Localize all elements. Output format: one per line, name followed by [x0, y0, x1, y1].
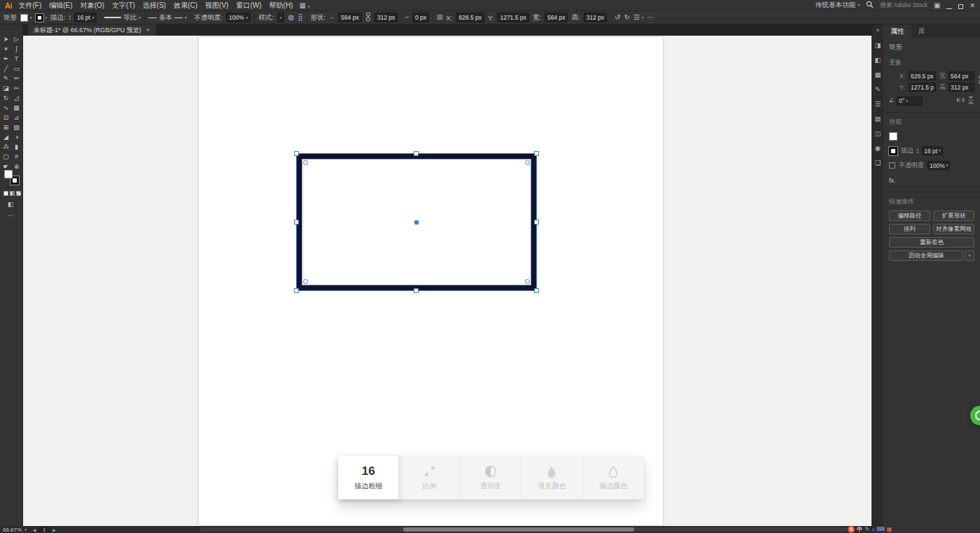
menubar-item-4[interactable]: 选择(S): [143, 1, 166, 10]
ime-toolbox-icon[interactable]: ▦: [887, 527, 892, 532]
expand-panels-icon[interactable]: «: [876, 27, 879, 34]
tool-scale-icon[interactable]: ◿: [11, 94, 22, 102]
recolor-button[interactable]: 重新着色: [889, 237, 974, 248]
corner-radius-field[interactable]: 0 px: [412, 13, 429, 22]
corner-widget-sw[interactable]: [303, 279, 308, 284]
menubar-item-6[interactable]: 视图(V): [205, 1, 228, 10]
maximize-button[interactable]: [958, 0, 963, 12]
opacity-field[interactable]: 100%▾: [226, 13, 251, 22]
panel-stroke-swatch[interactable]: [889, 147, 897, 155]
corner-widget-ne[interactable]: [525, 160, 530, 165]
tool-paintbrush-icon[interactable]: ✎: [1, 74, 11, 83]
panel-brushes-icon[interactable]: ✎: [875, 85, 881, 93]
panel-opacity-field[interactable]: 100%▾: [927, 161, 950, 170]
panel-stroke-weight-field[interactable]: 16 pt▾: [922, 146, 943, 155]
tool-gradient-icon[interactable]: ▧: [11, 123, 22, 132]
tool-column-graph-icon[interactable]: ▮: [11, 143, 22, 151]
corner-widget-se[interactable]: [525, 279, 530, 284]
tool-magic-wand-icon[interactable]: ✶: [1, 45, 11, 53]
tool-free-transform-icon[interactable]: ▦: [11, 104, 22, 112]
tool-perspective-grid-icon[interactable]: ⊿: [11, 113, 22, 122]
search-icon[interactable]: [866, 1, 874, 10]
tool-pencil-icon[interactable]: ✏: [11, 74, 22, 83]
menubar-item-0[interactable]: 文件(F): [19, 1, 42, 10]
w-field[interactable]: 564 px: [545, 13, 568, 22]
ime-sogou-icon[interactable]: S: [848, 526, 855, 533]
stroke-weight-stepper[interactable]: ▴▾: [69, 15, 71, 20]
tool-blend-icon[interactable]: ◑: [11, 133, 22, 141]
tool-direct-selection-icon[interactable]: ▷: [11, 35, 22, 43]
strip-stroke-color[interactable]: 描边颜色: [583, 456, 644, 499]
handle-n[interactable]: [414, 151, 419, 156]
handle-nw[interactable]: [294, 151, 299, 156]
tool-type-icon[interactable]: T: [11, 55, 22, 63]
tool-mesh-icon[interactable]: ⊞: [1, 123, 11, 132]
strip-fill-color[interactable]: 填充颜色: [522, 456, 582, 499]
style-dropdown[interactable]: ▾: [277, 13, 285, 22]
handle-ne[interactable]: [534, 151, 539, 156]
tool-lasso-icon[interactable]: ʃ: [11, 45, 22, 53]
panel-stroke-stepper[interactable]: ▴▾: [917, 148, 918, 154]
selected-rectangle[interactable]: [297, 154, 536, 290]
panel-y-field[interactable]: 1271.5 p: [909, 83, 936, 92]
panel-color-guide-icon[interactable]: ◧: [875, 56, 881, 64]
menubar-item-5[interactable]: 效果(C): [174, 1, 197, 10]
scrollbar-thumb[interactable]: [403, 527, 634, 532]
canvas[interactable]: 16 描边粗细 比例 透明度 填充颜色: [23, 36, 872, 526]
fill-stroke-indicator[interactable]: [4, 170, 19, 185]
next-artboard-icon[interactable]: ▶: [52, 527, 56, 532]
strip-opacity[interactable]: 透明度: [461, 456, 522, 499]
more-options-icon[interactable]: ⋯: [647, 14, 654, 21]
menubar-item-8[interactable]: 帮助(H): [270, 1, 293, 10]
global-edit-button[interactable]: 启动全局编辑: [889, 250, 963, 261]
tool-slice-icon[interactable]: #: [11, 152, 22, 161]
flip-vertical-icon[interactable]: [967, 96, 974, 106]
handle-e[interactable]: [534, 220, 539, 225]
ime-handwriting-icon[interactable]: ✎: [865, 527, 870, 532]
ime-voice-icon[interactable]: ♪: [872, 527, 874, 532]
panel-stroke-icon[interactable]: ☰: [875, 100, 881, 108]
tool-artboard-icon[interactable]: ▢: [1, 152, 11, 161]
y-field[interactable]: 1271.5 px: [497, 13, 528, 22]
tool-eraser-icon[interactable]: ◪: [1, 84, 11, 92]
rectangle-shape[interactable]: [297, 154, 536, 290]
menubar-item-2[interactable]: 对象(O): [80, 1, 104, 10]
stroke-profile-dropdown[interactable]: 等比▾: [104, 13, 141, 22]
document-tab[interactable]: 未标题-1* @ 66.67% (RGB/GPU 预览) ✕: [28, 24, 156, 36]
screen-mode-icon[interactable]: ◧: [8, 201, 14, 208]
close-button[interactable]: ✕: [969, 2, 975, 9]
panel-x-field[interactable]: 628.5 px: [909, 71, 936, 80]
panel-w-field[interactable]: 564 px: [948, 71, 974, 80]
tab-close-icon[interactable]: ✕: [146, 27, 150, 33]
align-pixel-grid-button[interactable]: 对齐像素网格: [933, 224, 974, 234]
panel-transparency-icon[interactable]: ◫: [875, 129, 881, 137]
handle-s[interactable]: [414, 288, 419, 293]
brush-definition-dropdown[interactable]: 基本▾: [148, 13, 187, 22]
offset-path-button[interactable]: 偏移路径: [889, 211, 930, 221]
rotate-cw-icon[interactable]: ↻: [624, 14, 630, 21]
none-mode-icon[interactable]: [16, 191, 21, 196]
stroke-weight-field[interactable]: 16 pt▾: [74, 13, 97, 22]
color-mode-icon[interactable]: [4, 191, 8, 196]
tool-eyedropper-icon[interactable]: ◢: [1, 133, 11, 141]
tool-width-icon[interactable]: ∿: [1, 104, 11, 112]
menubar-item-3[interactable]: 文字(T): [112, 1, 135, 10]
tab-libraries[interactable]: 库: [911, 24, 932, 38]
center-point[interactable]: [414, 220, 419, 225]
fill-color-dropdown[interactable]: ▾: [20, 14, 32, 22]
recolor-artwork-icon[interactable]: ◍: [288, 14, 294, 21]
tab-properties[interactable]: 属性: [883, 24, 911, 38]
constrain-link-icon[interactable]: [365, 12, 371, 23]
tool-scissors-icon[interactable]: ✂: [11, 84, 22, 92]
menubar-item-1[interactable]: 编辑(E): [49, 1, 72, 10]
flip-horizontal-icon[interactable]: [956, 97, 965, 105]
handle-sw[interactable]: [294, 288, 299, 293]
panel-layers-icon[interactable]: ❏: [875, 159, 881, 166]
tool-line-segment-icon[interactable]: ╱: [1, 64, 11, 73]
zoom-level[interactable]: 66.67%: [3, 527, 22, 533]
panel-color-icon[interactable]: ◨: [875, 41, 881, 49]
tool-pen-icon[interactable]: ✒: [1, 55, 11, 63]
tool-rectangle-icon[interactable]: ▭: [11, 64, 22, 73]
horizontal-scrollbar[interactable]: [200, 527, 848, 532]
document-layout-icon[interactable]: ▦ ▾: [299, 2, 309, 9]
